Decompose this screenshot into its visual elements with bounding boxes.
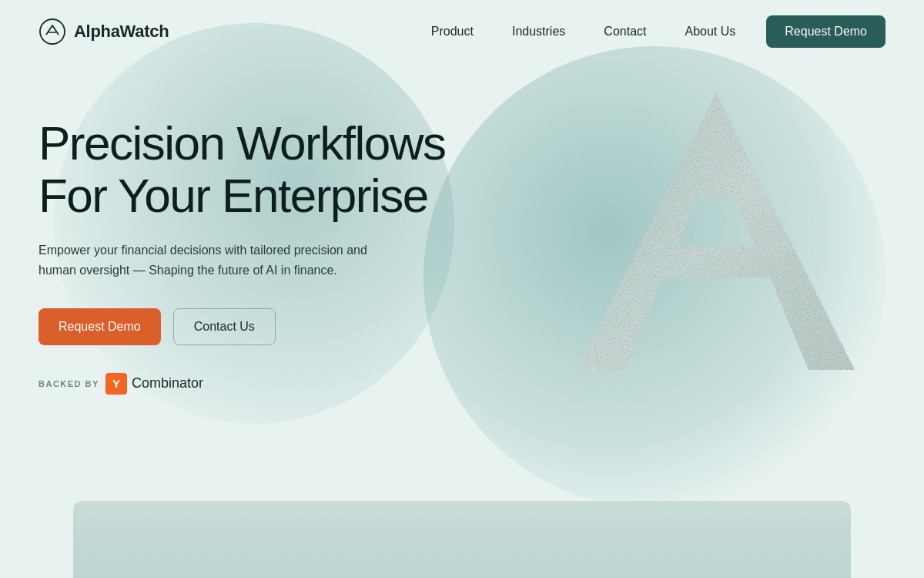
yc-name: Combinator [132,375,203,391]
nav-industries[interactable]: Industries [497,18,581,45]
hero-section: Precision Workflows For Your Enterprise … [0,63,524,395]
svg-point-0 [40,19,65,44]
navbar: AlphaWatch Product Industries Contact Ab… [0,0,924,63]
backed-by-section: BACKED BY Y Combinator [38,373,485,395]
nav-links: Product Industries Contact About Us Requ… [416,15,886,48]
logo-link[interactable]: AlphaWatch [38,18,169,45]
hero-request-demo-button[interactable]: Request Demo [38,308,161,345]
nav-product[interactable]: Product [416,18,489,45]
hero-title: Precision Workflows For Your Enterprise [38,117,485,222]
alpha-logo-svg [570,69,862,393]
backed-by-label: BACKED BY [38,379,99,388]
bottom-section [73,501,851,578]
nav-contact[interactable]: Contact [588,18,661,45]
logo-icon [38,18,66,45]
alpha-visual [570,69,862,393]
hero-subtitle: Empower your financial decisions with ta… [38,240,408,280]
yc-logo: Y [105,373,127,395]
logo-text: AlphaWatch [74,22,169,42]
yc-badge: Y Combinator [105,373,203,395]
svg-rect-4 [570,69,862,393]
nav-about[interactable]: About Us [669,18,751,45]
hero-title-line1: Precision Workflows [38,116,446,170]
nav-request-demo-button[interactable]: Request Demo [766,15,886,48]
hero-title-line2: For Your Enterprise [38,169,428,222]
hero-buttons: Request Demo Contact Us [38,308,485,345]
hero-contact-us-button[interactable]: Contact Us [173,308,276,345]
